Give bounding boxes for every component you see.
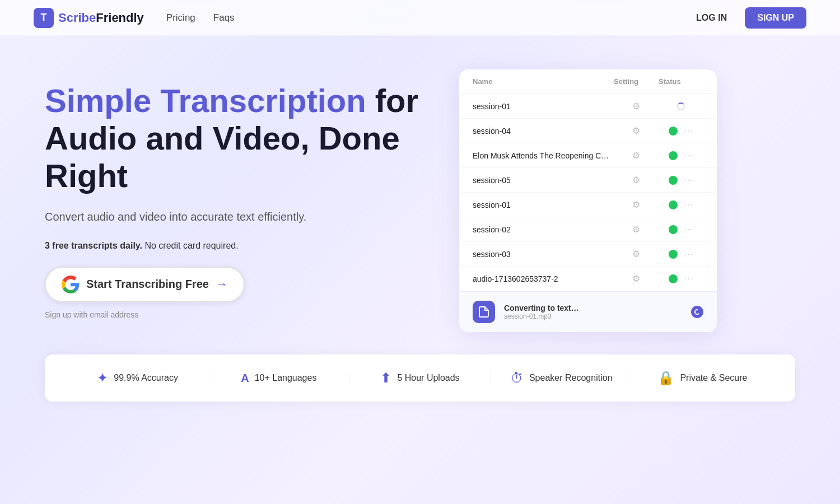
cta-arrow-icon: → — [216, 277, 228, 292]
bottom-section: ✦ 99.9% Accuracy A 10+ Languages ⬆ 5 Hou… — [0, 354, 840, 424]
hero-right: Name Setting Status session-01 ⚙ session… — [459, 69, 717, 332]
row-setting: ⚙ — [614, 101, 659, 111]
nav-link-pricing[interactable]: Pricing — [166, 12, 195, 23]
hero-subtitle: Convert audio and video into accurate te… — [45, 208, 426, 225]
row-name: session-01 — [473, 200, 614, 209]
row-menu-icon[interactable]: ··· — [684, 274, 693, 284]
col-status: Status — [659, 77, 703, 86]
table-row: session-01 ⚙ ··· — [459, 193, 717, 217]
hero-free-note: 3 free transcripts daily. No credit card… — [45, 241, 426, 251]
table-row: session-04 ⚙ ··· — [459, 119, 717, 143]
row-name: session-03 — [473, 250, 614, 259]
status-loading-icon — [677, 102, 685, 110]
gear-icon[interactable]: ⚙ — [632, 224, 640, 235]
hero-left: Simple Transcription for Audio and Video… — [45, 82, 426, 319]
speaker-label: Speaker Recognition — [529, 373, 613, 383]
nav-right: LOG IN SIGN UP — [687, 7, 806, 29]
row-menu-icon[interactable]: ··· — [684, 200, 693, 210]
row-setting: ⚙ — [614, 150, 659, 161]
row-name: Elon Musk Attends The Reopening Ceremony… — [473, 151, 614, 160]
row-name: session-02 — [473, 225, 614, 234]
gear-icon[interactable]: ⚙ — [632, 273, 640, 284]
row-setting: ⚙ — [614, 199, 659, 210]
cta-button[interactable]: Start Transcribing Free → — [45, 267, 245, 302]
accuracy-label: 99.9% Accuracy — [114, 373, 178, 383]
row-setting: ⚙ — [614, 273, 659, 284]
row-status: ··· — [659, 249, 703, 259]
gear-icon[interactable]: ⚙ — [632, 249, 640, 259]
row-status: ··· — [659, 175, 703, 185]
row-status: ··· — [659, 151, 703, 161]
row-setting: ⚙ — [614, 175, 659, 185]
dashboard-card: Name Setting Status session-01 ⚙ session… — [459, 69, 717, 332]
hero-title: Simple Transcription for Audio and Video… — [45, 82, 426, 194]
row-status: ··· — [659, 200, 703, 210]
row-name: audio-1713602653737-2 — [473, 274, 614, 283]
table-header: Name Setting Status — [459, 69, 717, 94]
converting-spinner — [691, 306, 703, 318]
gear-icon[interactable]: ⚙ — [632, 101, 640, 111]
row-menu-icon[interactable]: ··· — [684, 126, 693, 136]
table-row: session-02 ⚙ ··· — [459, 217, 717, 242]
row-name: session-01 — [473, 102, 614, 111]
nav-link-faqs[interactable]: Faqs — [213, 12, 235, 23]
converting-bar: Converting to text… session-01.mp3 — [459, 291, 717, 332]
status-done-icon — [669, 127, 678, 136]
feature-speaker: ⏱ Speaker Recognition — [491, 370, 632, 386]
features-bar: ✦ 99.9% Accuracy A 10+ Languages ⬆ 5 Hou… — [45, 354, 795, 402]
table-row: Elon Musk Attends The Reopening Ceremony… — [459, 143, 717, 168]
row-menu-icon[interactable]: ··· — [684, 249, 693, 259]
login-button[interactable]: LOG IN — [687, 8, 736, 27]
feature-accuracy: ✦ 99.9% Accuracy — [67, 370, 208, 386]
cta-label: Start Transcribing Free — [86, 278, 209, 291]
row-status: ··· — [659, 274, 703, 284]
table-row: session-01 ⚙ — [459, 94, 717, 119]
svg-point-0 — [694, 309, 701, 315]
row-setting: ⚙ — [614, 249, 659, 259]
logo-text: ScribeFriendly — [58, 11, 144, 25]
logo-icon: T — [34, 8, 54, 28]
table-row: session-03 ⚙ ··· — [459, 242, 717, 267]
uploads-icon: ⬆ — [380, 370, 391, 386]
hero-free-note-rest: No credit card required. — [144, 241, 238, 250]
status-done-icon — [669, 151, 678, 160]
private-label: Private & Secure — [680, 373, 747, 383]
converting-text: Converting to text… session-01.mp3 — [504, 304, 682, 320]
languages-icon: A — [241, 372, 249, 385]
navbar: T ScribeFriendly Pricing Faqs LOG IN SIG… — [0, 0, 840, 36]
feature-uploads: ⬆ 5 Hour Uploads — [349, 370, 491, 386]
hero-free-note-bold: 3 free transcripts daily. — [45, 241, 142, 250]
accuracy-icon: ✦ — [97, 370, 108, 386]
row-status: ··· — [659, 126, 703, 136]
nav-links: Pricing Faqs — [166, 12, 235, 24]
row-setting: ⚙ — [614, 224, 659, 235]
row-name: session-05 — [473, 176, 614, 185]
row-menu-icon[interactable]: ··· — [684, 225, 693, 235]
private-icon: 🔒 — [657, 370, 674, 386]
gear-icon[interactable]: ⚙ — [632, 175, 640, 185]
signup-button[interactable]: SIGN UP — [745, 7, 806, 29]
gear-icon[interactable]: ⚙ — [632, 125, 640, 136]
converting-title: Converting to text… — [504, 304, 682, 312]
row-status: ··· — [659, 225, 703, 235]
table-row: audio-1713602653737-2 ⚙ ··· — [459, 267, 717, 291]
row-setting: ⚙ — [614, 125, 659, 136]
row-name: session-04 — [473, 127, 614, 136]
gear-icon[interactable]: ⚙ — [632, 199, 640, 210]
status-done-icon — [669, 176, 678, 185]
file-icon — [478, 306, 489, 318]
row-menu-icon[interactable]: ··· — [684, 175, 693, 185]
col-name: Name — [473, 77, 614, 86]
logo[interactable]: T ScribeFriendly — [34, 8, 144, 28]
google-icon — [62, 276, 80, 293]
status-done-icon — [669, 200, 678, 209]
converting-icon — [473, 301, 495, 323]
status-done-icon — [669, 225, 678, 234]
speaker-icon: ⏱ — [510, 370, 524, 386]
languages-label: 10+ Languages — [255, 373, 317, 383]
uploads-label: 5 Hour Uploads — [397, 373, 459, 383]
row-menu-icon[interactable]: ··· — [684, 151, 693, 161]
gear-icon[interactable]: ⚙ — [632, 150, 640, 161]
table-row: session-05 ⚙ ··· — [459, 168, 717, 193]
converting-sub: session-01.mp3 — [504, 312, 682, 320]
